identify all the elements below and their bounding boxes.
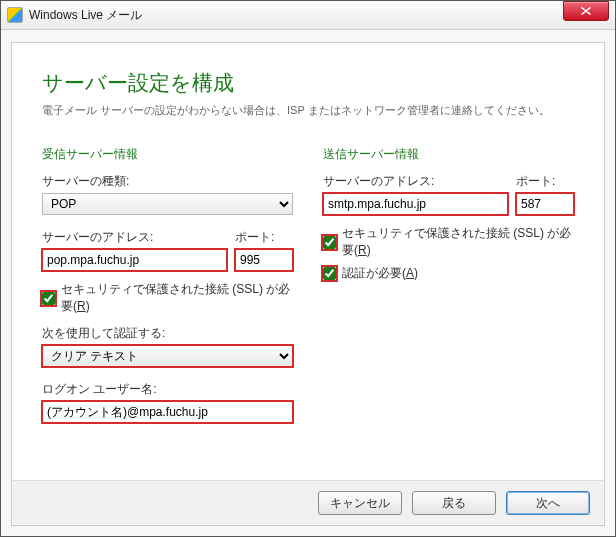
incoming-port-input[interactable] [235, 249, 293, 271]
content-panel: サーバー設定を構成 電子メール サーバーの設定がわからない場合は、ISP または… [11, 42, 605, 526]
server-type-label: サーバーの種類: [42, 173, 293, 190]
incoming-address-label: サーバーのアドレス: [42, 229, 227, 246]
logon-user-label: ログオン ユーザー名: [42, 381, 293, 398]
incoming-heading: 受信サーバー情報 [42, 146, 293, 163]
outgoing-address-input[interactable] [323, 193, 508, 215]
outgoing-ssl-checkbox[interactable] [323, 236, 336, 249]
outgoing-column: 送信サーバー情報 サーバーのアドレス: ポート: セキュリティで保護された接続 … [323, 146, 574, 423]
titlebar: Windows Live メール [1, 1, 615, 30]
outgoing-port-input[interactable] [516, 193, 574, 215]
outgoing-address-label: サーバーのアドレス: [323, 173, 508, 190]
page-subtitle: 電子メール サーバーの設定がわからない場合は、ISP またはネットワーク管理者に… [42, 103, 574, 118]
back-button[interactable]: 戻る [412, 491, 496, 515]
outgoing-ssl-row: セキュリティで保護された接続 (SSL) が必要(R) [323, 225, 574, 259]
cancel-button[interactable]: キャンセル [318, 491, 402, 515]
window-title: Windows Live メール [29, 7, 142, 24]
outgoing-port-label: ポート: [516, 173, 574, 190]
incoming-address-input[interactable] [42, 249, 227, 271]
app-icon [7, 7, 23, 23]
logon-user-input[interactable] [42, 401, 293, 423]
server-type-select[interactable]: POP [42, 193, 293, 215]
incoming-ssl-checkbox[interactable] [42, 292, 55, 305]
outgoing-heading: 送信サーバー情報 [323, 146, 574, 163]
auth-method-select[interactable]: クリア テキスト [42, 345, 293, 367]
auth-method-label: 次を使用して認証する: [42, 325, 293, 342]
incoming-port-label: ポート: [235, 229, 293, 246]
footer-bar: キャンセル 戻る 次へ [12, 480, 604, 525]
outgoing-auth-label: 認証が必要(A) [342, 265, 418, 282]
dialog-window: Windows Live メール サーバー設定を構成 電子メール サーバーの設定… [0, 0, 616, 537]
close-button[interactable] [563, 1, 609, 21]
next-button[interactable]: 次へ [506, 491, 590, 515]
incoming-ssl-row: セキュリティで保護された接続 (SSL) が必要(R) [42, 281, 293, 315]
close-icon [581, 7, 591, 15]
outgoing-ssl-label: セキュリティで保護された接続 (SSL) が必要(R) [342, 225, 574, 259]
outgoing-auth-checkbox[interactable] [323, 267, 336, 280]
incoming-ssl-label: セキュリティで保護された接続 (SSL) が必要(R) [61, 281, 293, 315]
incoming-column: 受信サーバー情報 サーバーの種類: POP サーバーのアドレス: ポート: [42, 146, 293, 423]
page-title: サーバー設定を構成 [42, 69, 574, 97]
outgoing-auth-row: 認証が必要(A) [323, 265, 574, 282]
